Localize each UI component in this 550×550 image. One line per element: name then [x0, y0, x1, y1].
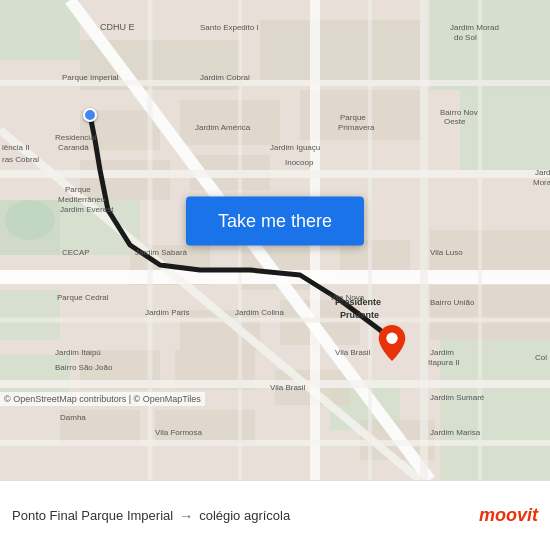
svg-text:Parque Cedral: Parque Cedral	[57, 293, 109, 302]
svg-rect-1	[0, 0, 80, 60]
svg-rect-2	[430, 0, 550, 90]
svg-text:Mediterrâneo: Mediterrâneo	[58, 195, 106, 204]
route-info: Ponto Final Parque Imperial → colégio ag…	[12, 508, 479, 524]
svg-text:Vila Brasil: Vila Brasil	[335, 348, 371, 357]
svg-text:Jardim Sumaré: Jardim Sumaré	[430, 393, 485, 402]
destination-label: colégio agrícola	[199, 508, 290, 523]
svg-text:Jardim Itaipú: Jardim Itaipú	[55, 348, 101, 357]
svg-text:Moraç: Moraç	[533, 178, 550, 187]
svg-text:Bairro São João: Bairro São João	[55, 363, 113, 372]
svg-text:Jardim Sabará: Jardim Sabará	[135, 248, 188, 257]
svg-text:Jardim Cobral: Jardim Cobral	[200, 73, 250, 82]
svg-text:Oeste: Oeste	[444, 117, 466, 126]
svg-rect-13	[260, 20, 420, 80]
svg-point-89	[386, 333, 397, 344]
svg-text:Parque: Parque	[65, 185, 91, 194]
svg-text:Carandá: Carandá	[58, 143, 89, 152]
svg-text:Jardim Morad: Jardim Morad	[450, 23, 499, 32]
svg-text:Prudente: Prudente	[340, 310, 379, 320]
svg-rect-37	[0, 170, 550, 178]
svg-text:Jardim: Jardim	[535, 168, 550, 177]
svg-text:Damha: Damha	[60, 413, 86, 422]
svg-rect-3	[460, 90, 550, 170]
svg-text:Jardim América: Jardim América	[195, 123, 251, 132]
map-attribution: © OpenStreetMap contributors | © OpenMap…	[0, 392, 205, 406]
take-me-there-button[interactable]: Take me there	[186, 196, 364, 245]
svg-text:Primavera: Primavera	[338, 123, 375, 132]
svg-text:Jardim Paris: Jardim Paris	[145, 308, 189, 317]
moovit-logo: moovit	[479, 505, 538, 526]
svg-text:Itapura II: Itapura II	[428, 358, 460, 367]
origin-label: Ponto Final Parque Imperial	[12, 508, 173, 523]
svg-rect-36	[420, 0, 428, 480]
svg-text:Vila Formosa: Vila Formosa	[155, 428, 203, 437]
svg-text:Santo Expedito I: Santo Expedito I	[200, 23, 259, 32]
arrow-icon: →	[179, 508, 193, 524]
svg-text:Jardim Iguaçu: Jardim Iguaçu	[270, 143, 320, 152]
svg-text:Parque Imperial: Parque Imperial	[62, 73, 119, 82]
svg-text:lência II: lência II	[2, 143, 30, 152]
svg-text:Vila Brasil: Vila Brasil	[270, 383, 306, 392]
svg-text:Col: Col	[535, 353, 547, 362]
svg-text:Vila Luso: Vila Luso	[430, 248, 463, 257]
moovit-brand-text: moovit	[479, 505, 538, 526]
svg-text:Parque: Parque	[340, 113, 366, 122]
svg-text:Inocoop: Inocoop	[285, 158, 314, 167]
svg-text:CDHU E: CDHU E	[100, 22, 135, 32]
svg-text:CECAP: CECAP	[62, 248, 90, 257]
svg-rect-6	[0, 355, 70, 395]
svg-rect-11	[0, 200, 60, 255]
svg-rect-39	[0, 440, 550, 446]
svg-text:Jardim Colina: Jardim Colina	[235, 308, 284, 317]
svg-text:Bairro União: Bairro União	[430, 298, 475, 307]
svg-text:Jardim: Jardim	[430, 348, 454, 357]
origin-location-dot	[83, 108, 97, 122]
bottom-bar: Ponto Final Parque Imperial → colégio ag…	[0, 480, 550, 550]
svg-rect-5	[0, 290, 60, 340]
svg-rect-17	[80, 160, 170, 200]
svg-text:Presidente: Presidente	[335, 297, 381, 307]
svg-text:Residencial: Residencial	[55, 133, 97, 142]
destination-marker	[378, 325, 406, 365]
svg-text:Jardim Everest: Jardim Everest	[60, 205, 114, 214]
svg-rect-25	[430, 285, 550, 340]
svg-text:Jardim Marisa: Jardim Marisa	[430, 428, 481, 437]
svg-text:ras Cobral: ras Cobral	[2, 155, 39, 164]
svg-rect-8	[440, 340, 550, 400]
svg-text:do Sol: do Sol	[454, 33, 477, 42]
map-container: CDHU E Santo Expedito I Jardim Morad do …	[0, 0, 550, 480]
svg-text:Bairro Nov: Bairro Nov	[440, 108, 478, 117]
